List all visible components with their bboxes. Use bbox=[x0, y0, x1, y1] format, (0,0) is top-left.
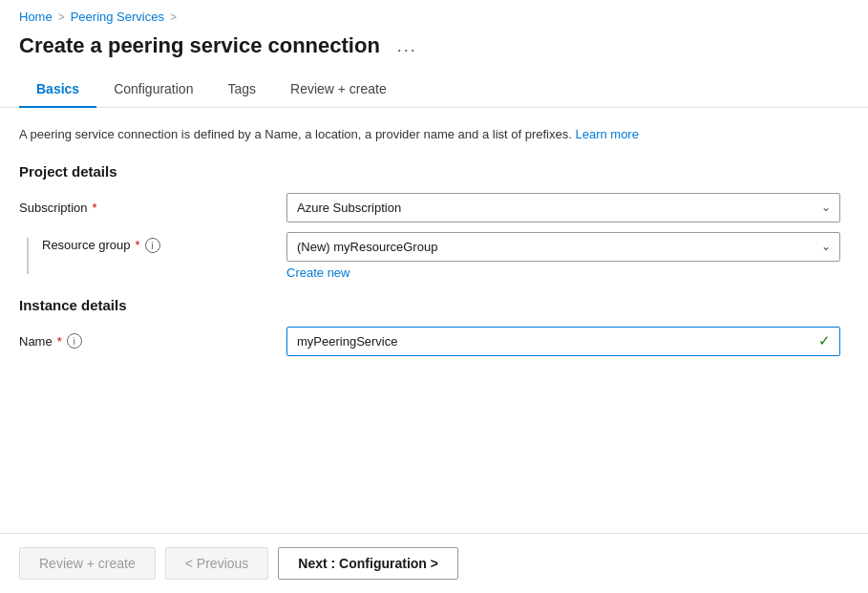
resource-group-select[interactable]: (New) myResourceGroup bbox=[286, 232, 840, 262]
instance-details-section: Instance details Name * i ✓ bbox=[19, 297, 849, 356]
breadcrumb: Home > Peering Services > bbox=[0, 0, 868, 30]
page-title: Create a peering service connection bbox=[19, 33, 380, 58]
project-details-form: Subscription * Azure Subscription ⌄ Reso… bbox=[19, 193, 840, 280]
next-button[interactable]: Next : Configuration > bbox=[278, 547, 458, 580]
page-title-row: Create a peering service connection ... bbox=[0, 30, 868, 72]
project-details-section: Project details Subscription * Azure Sub… bbox=[19, 163, 849, 280]
previous-button[interactable]: < Previous bbox=[165, 547, 269, 580]
subscription-required: * bbox=[93, 201, 97, 215]
resource-group-label: Resource group * i bbox=[42, 238, 160, 253]
subscription-select[interactable]: Azure Subscription bbox=[286, 193, 840, 222]
tabs-row: Basics Configuration Tags Review + creat… bbox=[0, 72, 868, 108]
ellipsis-menu-button[interactable]: ... bbox=[392, 34, 423, 58]
review-create-button[interactable]: Review + create bbox=[19, 547, 156, 580]
name-info-icon[interactable]: i bbox=[67, 333, 82, 349]
subscription-label: Subscription * bbox=[19, 201, 267, 215]
info-text: A peering service connection is defined … bbox=[19, 125, 849, 144]
learn-more-link[interactable]: Learn more bbox=[575, 127, 638, 141]
name-valid-icon: ✓ bbox=[818, 332, 831, 349]
resource-group-field-col: (New) myResourceGroup ⌄ Create new bbox=[286, 232, 840, 280]
tab-tags[interactable]: Tags bbox=[210, 72, 273, 108]
breadcrumb-home[interactable]: Home bbox=[19, 10, 53, 24]
indent-line bbox=[27, 238, 29, 274]
project-details-title: Project details bbox=[19, 163, 849, 180]
resource-group-select-wrapper: (New) myResourceGroup ⌄ bbox=[286, 232, 840, 262]
breadcrumb-peering-services[interactable]: Peering Services bbox=[71, 10, 164, 24]
footer-bar: Review + create < Previous Next : Config… bbox=[0, 533, 868, 593]
name-input-wrapper: ✓ bbox=[286, 327, 840, 356]
resource-group-label-row: Resource group * i bbox=[19, 238, 267, 274]
name-required: * bbox=[57, 334, 62, 349]
name-input[interactable] bbox=[286, 327, 840, 356]
tab-configuration[interactable]: Configuration bbox=[96, 72, 210, 108]
breadcrumb-sep-2: > bbox=[170, 11, 177, 24]
tab-review-create[interactable]: Review + create bbox=[273, 72, 404, 108]
content-area: A peering service connection is defined … bbox=[0, 108, 868, 533]
name-label: Name * i bbox=[19, 333, 267, 349]
resource-group-info-icon[interactable]: i bbox=[145, 238, 160, 253]
subscription-select-wrapper: Azure Subscription ⌄ bbox=[286, 193, 840, 222]
create-new-link[interactable]: Create new bbox=[286, 265, 840, 280]
breadcrumb-sep-1: > bbox=[58, 11, 65, 24]
tab-basics[interactable]: Basics bbox=[19, 72, 96, 108]
resource-group-required: * bbox=[136, 238, 140, 252]
instance-details-title: Instance details bbox=[19, 297, 849, 313]
instance-details-form: Name * i ✓ bbox=[19, 327, 840, 356]
